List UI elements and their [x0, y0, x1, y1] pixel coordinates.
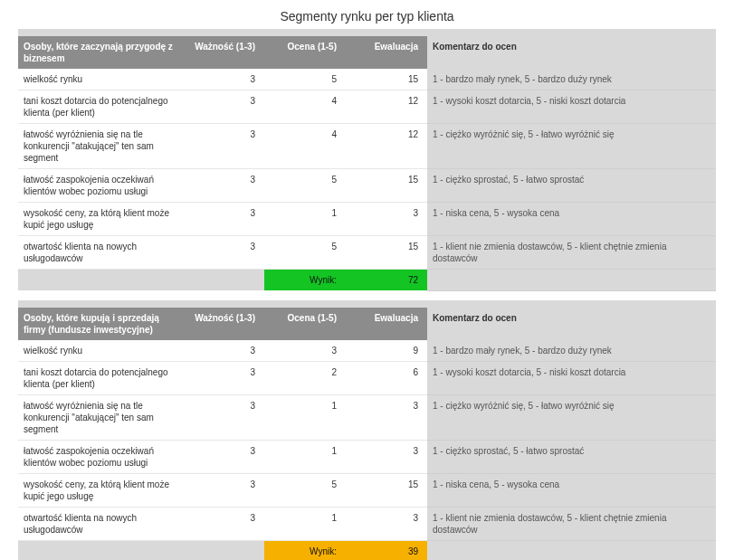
table-row: łatwość zaspokojenia oczekiwań klientów …	[18, 169, 716, 203]
komentarz-value: 1 - bardzo mały rynek, 5 - bardzo duży r…	[427, 340, 716, 362]
page: Segmenty rynku per typ klienta Osoby, kt…	[0, 0, 734, 560]
komentarz-value: 1 - niska cena, 5 - wysoka cena	[427, 203, 716, 236]
blank-cell	[18, 270, 183, 291]
segment-name: Osoby, które kupują i sprzedają firmy (f…	[18, 308, 183, 340]
waznosc-value: 3	[183, 473, 264, 507]
komentarz-value: 1 - klient nie zmienia dostawców, 5 - kl…	[427, 236, 716, 270]
criterion-label: wysokość ceny, za którą klient może kupi…	[18, 473, 183, 507]
result-label: Wynik:	[264, 540, 346, 560]
komentarz-value: 1 - ciężko sprostać, 5 - łatwo sprostać	[427, 169, 716, 203]
ocena-value: 5	[264, 236, 346, 270]
komentarz-value: 1 - ciężko wyróżnić się, 5 - łatwo wyróż…	[427, 124, 716, 169]
table-row: tani koszt dotarcia do potencjalnego kli…	[18, 361, 716, 394]
criterion-label: wielkość rynku	[18, 340, 183, 362]
komentarz-value: 1 - wysoki koszt dotarcia, 5 - niski kos…	[427, 90, 716, 124]
table-row: tani koszt dotarcia do potencjalnego kli…	[18, 90, 716, 124]
criterion-label: łatwość wyróżnienia się na tle konkurenc…	[18, 394, 183, 440]
waznosc-value: 3	[183, 340, 264, 362]
blank-cell	[183, 270, 264, 291]
waznosc-value: 3	[183, 69, 264, 90]
ocena-value: 1	[264, 203, 346, 236]
waznosc-value: 3	[183, 124, 264, 169]
criterion-label: wysokość ceny, za którą klient może kupi…	[18, 203, 183, 236]
ewaluacja-value: 9	[346, 340, 427, 362]
ewaluacja-value: 3	[346, 394, 427, 440]
ewaluacja-value: 3	[346, 507, 427, 540]
segment-name: Osoby, które zaczynają przygodę z biznes…	[18, 36, 183, 69]
ocena-value: 4	[264, 124, 346, 169]
ocena-value: 3	[264, 340, 346, 362]
komentarz-value: 1 - niska cena, 5 - wysoka cena	[427, 473, 716, 507]
ewaluacja-value: 12	[346, 124, 427, 169]
col-ewaluacja: Ewaluacja	[346, 36, 427, 69]
criterion-label: otwartość klienta na nowych usługodawców	[18, 236, 183, 270]
result-label: Wynik:	[264, 270, 346, 291]
komentarz-value: 1 - bardzo mały rynek, 5 - bardzo duży r…	[427, 69, 716, 90]
result-value: 39	[346, 540, 427, 560]
blank-cell	[18, 540, 183, 560]
table-row: wysokość ceny, za którą klient może kupi…	[18, 473, 716, 507]
komentarz-value: 1 - ciężko wyróżnić się, 5 - łatwo wyróż…	[427, 394, 716, 440]
ocena-value: 5	[264, 473, 346, 507]
criterion-label: tani koszt dotarcia do potencjalnego kli…	[18, 361, 183, 394]
table-row: łatwość zaspokojenia oczekiwań klientów …	[18, 440, 716, 473]
table-row: łatwość wyróżnienia się na tle konkurenc…	[18, 394, 716, 440]
ocena-value: 1	[264, 507, 346, 540]
waznosc-value: 3	[183, 236, 264, 270]
ocena-value: 1	[264, 394, 346, 440]
page-title: Segmenty rynku per typ klienta	[0, 0, 734, 29]
komentarz-value: 1 - klient nie zmienia dostawców, 5 - kl…	[427, 507, 716, 540]
ocena-value: 2	[264, 361, 346, 394]
blank-cell	[427, 270, 716, 291]
waznosc-value: 3	[183, 90, 264, 124]
table-row: wielkość rynku 3 5 15 1 - bardzo mały ry…	[18, 69, 716, 90]
criterion-label: otwartość klienta na nowych usługodawców	[18, 507, 183, 540]
waznosc-value: 3	[183, 507, 264, 540]
table-row: wielkość rynku 3 3 9 1 - bardzo mały ryn…	[18, 340, 716, 362]
komentarz-value: 1 - wysoki koszt dotarcia, 5 - niski kos…	[427, 361, 716, 394]
result-row: Wynik: 72	[18, 270, 716, 291]
criterion-label: wielkość rynku	[18, 69, 183, 90]
ewaluacja-value: 3	[346, 203, 427, 236]
table-row: wysokość ceny, za którą klient może kupi…	[18, 203, 716, 236]
ewaluacja-value: 3	[346, 440, 427, 473]
criterion-label: łatwość wyróżnienia się na tle konkurenc…	[18, 124, 183, 169]
ewaluacja-value: 12	[346, 90, 427, 124]
col-ocena: Ocena (1-5)	[264, 308, 346, 340]
ocena-value: 4	[264, 90, 346, 124]
blank-cell	[183, 540, 264, 560]
waznosc-value: 3	[183, 440, 264, 473]
ewaluacja-value: 15	[346, 236, 427, 270]
ewaluacja-value: 15	[346, 169, 427, 203]
col-ocena: Ocena (1-5)	[264, 36, 346, 69]
table-row: otwartość klienta na nowych usługodawców…	[18, 236, 716, 270]
komentarz-value: 1 - ciężko sprostać, 5 - łatwo sprostać	[427, 440, 716, 473]
criterion-label: tani koszt dotarcia do potencjalnego kli…	[18, 90, 183, 124]
result-value: 72	[346, 270, 427, 291]
criterion-label: łatwość zaspokojenia oczekiwań klientów …	[18, 440, 183, 473]
ewaluacja-value: 15	[346, 473, 427, 507]
ocena-value: 5	[264, 169, 346, 203]
ewaluacja-value: 15	[346, 69, 427, 90]
criterion-label: łatwość zaspokojenia oczekiwań klientów …	[18, 169, 183, 203]
col-waznosc: Ważność (1-3)	[183, 36, 264, 69]
table-row: łatwość wyróżnienia się na tle konkurenc…	[18, 124, 716, 169]
col-komentarz: Komentarz do ocen	[427, 36, 716, 69]
segment-table: Osoby, które kupują i sprzedają firmy (f…	[18, 300, 716, 561]
waznosc-value: 3	[183, 203, 264, 236]
waznosc-value: 3	[183, 169, 264, 203]
waznosc-value: 3	[183, 361, 264, 394]
ewaluacja-value: 6	[346, 361, 427, 394]
result-row: Wynik: 39	[18, 540, 716, 560]
ocena-value: 1	[264, 440, 346, 473]
col-waznosc: Ważność (1-3)	[183, 308, 264, 340]
waznosc-value: 3	[183, 394, 264, 440]
col-ewaluacja: Ewaluacja	[346, 308, 427, 340]
segment-table: Osoby, które zaczynają przygodę z biznes…	[18, 29, 716, 291]
col-komentarz: Komentarz do ocen	[427, 308, 716, 340]
ocena-value: 5	[264, 69, 346, 90]
table-row: otwartość klienta na nowych usługodawców…	[18, 507, 716, 540]
blank-cell	[427, 540, 716, 560]
